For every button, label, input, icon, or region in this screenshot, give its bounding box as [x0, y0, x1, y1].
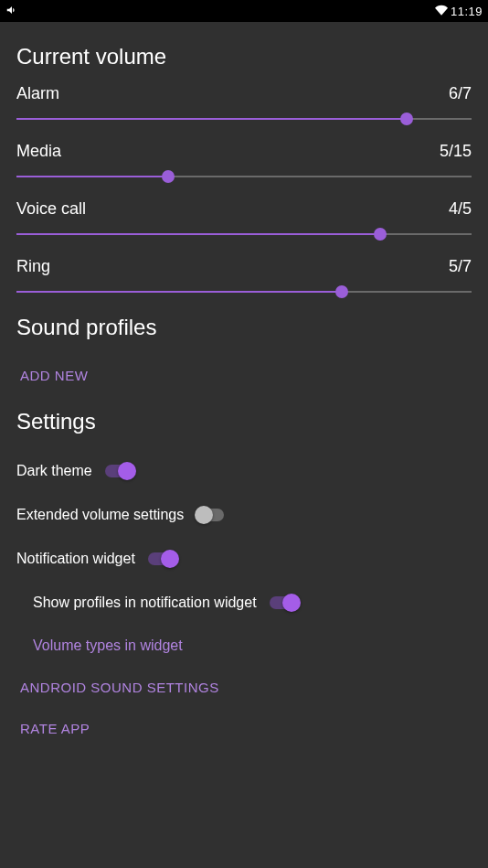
volume-row-voice-call: Voice call4/5: [16, 199, 472, 241]
setting-label: Notification widget: [16, 551, 135, 567]
volume-label: Voice call: [16, 199, 86, 219]
toggle-show-profiles[interactable]: [270, 594, 301, 612]
volume-types-link[interactable]: Volume types in widget: [16, 625, 472, 667]
add-new-button[interactable]: ADD NEW: [16, 355, 91, 396]
section-title-settings: Settings: [16, 409, 472, 434]
volume-slider[interactable]: [16, 228, 472, 241]
volume-value: 4/5: [449, 199, 472, 219]
setting-show-profiles[interactable]: Show profiles in notification widget: [16, 581, 472, 625]
status-time: 11:19: [451, 5, 483, 18]
rate-app-button[interactable]: RATE APP: [16, 708, 93, 749]
volume-label: Media: [16, 142, 61, 161]
volume-slider[interactable]: [16, 170, 472, 183]
toggle-notification-widget[interactable]: [148, 550, 179, 568]
toggle-extended-volume[interactable]: [196, 506, 228, 524]
setting-label: Dark theme: [16, 463, 92, 479]
volume-row-ring: Ring5/7: [16, 257, 472, 298]
section-title-sound-profiles: Sound profiles: [16, 315, 472, 340]
wifi-icon: [434, 4, 449, 19]
section-title-current-volume: Current volume: [16, 44, 472, 70]
setting-label: Extended volume settings: [16, 507, 184, 523]
android-sound-settings-button[interactable]: ANDROID SOUND SETTINGS: [16, 667, 223, 708]
volume-label: Alarm: [16, 84, 59, 103]
setting-extended-volume[interactable]: Extended volume settings: [16, 493, 472, 537]
status-bar: 11:19: [0, 0, 488, 22]
volume-value: 5/7: [449, 257, 472, 276]
volume-icon: [5, 4, 18, 19]
toggle-dark-theme[interactable]: [105, 462, 136, 480]
volume-label: Ring: [16, 257, 50, 276]
volume-slider[interactable]: [16, 113, 472, 125]
setting-notification-widget[interactable]: Notification widget: [16, 537, 472, 581]
setting-dark-theme[interactable]: Dark theme: [16, 449, 472, 493]
volume-value: 6/7: [449, 84, 472, 103]
setting-label: Show profiles in notification widget: [33, 595, 257, 611]
volume-value: 5/15: [440, 142, 472, 161]
volume-row-alarm: Alarm6/7: [16, 84, 472, 125]
volume-row-media: Media5/15: [16, 142, 472, 183]
volume-slider[interactable]: [16, 285, 472, 298]
